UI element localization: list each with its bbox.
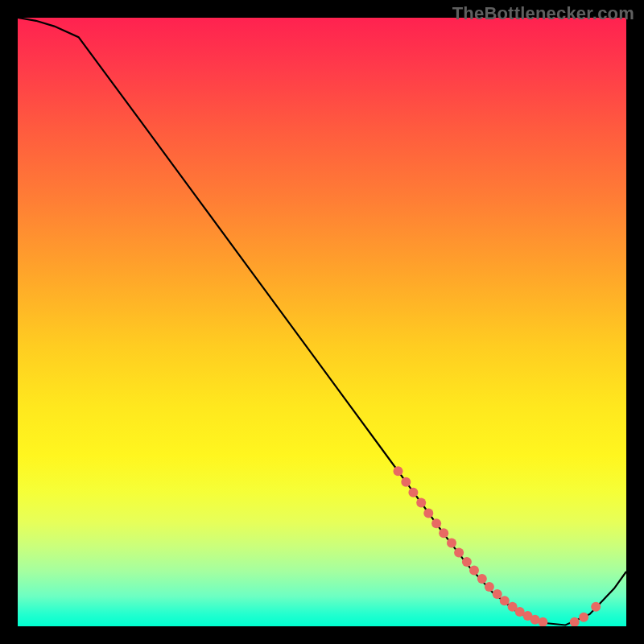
marker-dot [500, 596, 510, 605]
marker-group [394, 466, 601, 626]
marker-dot [462, 557, 472, 567]
marker-dot [431, 518, 441, 528]
bottleneck-curve [18, 18, 626, 625]
marker-dot [439, 528, 448, 538]
marker-dot [416, 498, 426, 508]
plot-area [18, 18, 626, 626]
marker-dot [454, 548, 464, 558]
marker-dot [423, 508, 433, 518]
chart-frame: TheBottlenecker.com [0, 0, 644, 644]
marker-dot [477, 574, 487, 584]
marker-dot [401, 477, 411, 487]
marker-dot [579, 613, 588, 622]
marker-dot [591, 602, 601, 612]
marker-dot [394, 466, 403, 476]
marker-dot [485, 582, 494, 592]
curve-layer [18, 18, 626, 626]
marker-dot [493, 589, 502, 599]
marker-dot [408, 488, 418, 497]
marker-dot [469, 565, 479, 575]
watermark-text: TheBottlenecker.com [452, 3, 634, 24]
marker-dot [447, 538, 456, 547]
